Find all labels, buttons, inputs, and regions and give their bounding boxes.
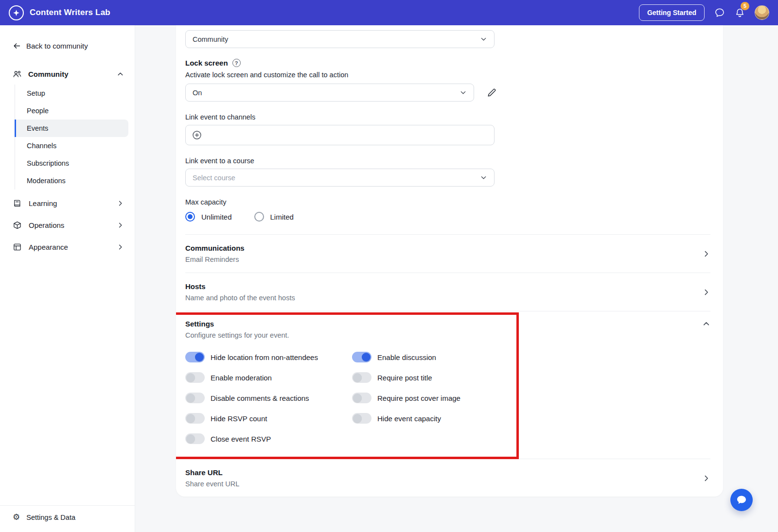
link-channels-label: Link event to channels (185, 113, 710, 121)
radio-button-checked[interactable] (185, 212, 195, 222)
settings-toggle-grid: Hide location from non-attendees Enable … (185, 352, 710, 444)
lock-screen-select-value: On (193, 89, 202, 97)
switch-off[interactable] (185, 393, 205, 403)
switch-on[interactable] (185, 352, 205, 362)
app-logo[interactable] (9, 5, 24, 20)
toggle-label: Close event RSVP (211, 435, 271, 443)
chevron-right-icon[interactable] (702, 250, 710, 258)
radio-button-unchecked[interactable] (254, 212, 264, 222)
appearance-section-label: Appearance (29, 243, 68, 251)
communications-row[interactable]: Communications Email Reminders (185, 235, 710, 273)
communications-title: Communications (185, 244, 245, 252)
toggle-close-event-rsvp[interactable]: Close event RSVP (185, 433, 352, 444)
link-channels-input[interactable] (185, 125, 495, 145)
radio-unlimited[interactable]: Unlimited (185, 212, 232, 222)
community-dropdown-value: Community (193, 35, 228, 43)
appearance-icon (13, 242, 22, 252)
toggle-enable-moderation[interactable]: Enable moderation (185, 372, 352, 383)
max-capacity-options: Unlimited Limited (185, 212, 710, 222)
operations-section-label: Operations (29, 221, 64, 229)
arrow-left-icon (13, 42, 21, 50)
sidebar-spacer (0, 258, 135, 505)
switch-knob (362, 353, 371, 361)
sidebar-item-settings-data[interactable]: ⚙ Settings & Data (0, 505, 135, 532)
radio-limited-label: Limited (270, 213, 294, 221)
toggle-disable-comments[interactable]: Disable comments & reactions (185, 393, 352, 403)
communications-subtitle: Email Reminders (185, 256, 245, 263)
learning-icon (13, 199, 22, 208)
lock-screen-select[interactable]: On (185, 84, 474, 102)
notifications-bell-icon[interactable]: 5 (735, 8, 745, 18)
sidebar-item-channels[interactable]: Channels (15, 137, 128, 154)
settings-section-header[interactable]: Settings Configure settings for your eve… (185, 320, 710, 339)
toggle-require-post-title[interactable]: Require post title (352, 372, 710, 383)
toggle-enable-discussion[interactable]: Enable discussion (352, 352, 710, 362)
screen: Content Writers Lab Getting Started 5 Ba… (0, 0, 778, 532)
operations-icon (13, 221, 22, 230)
sidebar: Back to community Community Setup People… (0, 25, 135, 532)
chevron-up-icon[interactable] (702, 320, 710, 328)
toggle-label: Hide RSVP count (211, 414, 267, 423)
switch-off[interactable] (352, 413, 371, 424)
chevron-down-icon (480, 35, 487, 43)
share-url-subtitle: Share event URL (185, 480, 239, 488)
chevron-right-icon (117, 200, 124, 207)
switch-on[interactable] (352, 352, 371, 362)
hosts-subtitle: Name and photo of the event hosts (185, 294, 295, 302)
toggle-label: Hide event capacity (377, 414, 441, 423)
settings-data-label: Settings & Data (26, 514, 75, 521)
radio-limited[interactable]: Limited (254, 212, 294, 222)
sidebar-item-events[interactable]: Events (15, 120, 128, 137)
toggle-hide-rsvp-count[interactable]: Hide RSVP count (185, 413, 352, 424)
back-to-community-link[interactable]: Back to community (13, 42, 135, 50)
edit-pencil-icon[interactable] (487, 88, 496, 98)
event-settings-card: Community Lock screen ? Activate lock sc… (176, 25, 723, 497)
messages-icon[interactable] (714, 7, 725, 18)
switch-off[interactable] (185, 372, 205, 383)
toggle-require-cover-image[interactable]: Require post cover image (352, 393, 710, 403)
link-course-select[interactable]: Select course (185, 169, 495, 187)
chevron-right-icon[interactable] (702, 288, 710, 296)
learning-section-label: Learning (29, 199, 57, 207)
lock-screen-description: Activate lock screen and customize the c… (185, 71, 710, 79)
switch-off[interactable] (185, 433, 205, 444)
toggle-label: Disable comments & reactions (211, 394, 309, 402)
logo-star-icon (13, 9, 20, 17)
chat-widget-button[interactable] (730, 489, 753, 511)
back-link-label: Back to community (26, 42, 88, 50)
community-dropdown[interactable]: Community (185, 30, 495, 48)
share-url-row[interactable]: Share URL Share event URL (185, 459, 710, 497)
notification-badge: 5 (741, 2, 749, 10)
toggle-hide-location[interactable]: Hide location from non-attendees (185, 352, 352, 362)
sidebar-item-setup[interactable]: Setup (15, 85, 128, 102)
switch-off[interactable] (352, 393, 371, 403)
settings-section: Settings Configure settings for your eve… (185, 311, 710, 459)
user-avatar[interactable] (755, 5, 769, 20)
add-channel-icon[interactable] (192, 130, 202, 140)
main-content: Community Lock screen ? Activate lock sc… (135, 25, 778, 532)
chevron-right-icon[interactable] (702, 474, 710, 482)
switch-knob (186, 394, 195, 402)
top-navigation-bar: Content Writers Lab Getting Started 5 (0, 0, 778, 25)
sidebar-item-moderations[interactable]: Moderations (15, 172, 128, 189)
help-icon[interactable]: ? (232, 59, 241, 67)
sidebar-section-community[interactable]: Community (0, 65, 135, 84)
hosts-row[interactable]: Hosts Name and photo of the event hosts (185, 273, 710, 311)
switch-knob (186, 434, 195, 443)
toggle-label: Require post cover image (377, 394, 460, 402)
sidebar-section-operations[interactable]: Operations (0, 214, 135, 236)
sidebar-section-appearance[interactable]: Appearance (0, 236, 135, 258)
sidebar-item-people[interactable]: People (15, 102, 128, 120)
switch-knob (195, 353, 204, 361)
switch-off[interactable] (185, 413, 205, 424)
switch-off[interactable] (352, 372, 371, 383)
chevron-up-icon[interactable] (117, 70, 124, 78)
toggle-hide-event-capacity[interactable]: Hide event capacity (352, 413, 710, 424)
sidebar-section-learning[interactable]: Learning (0, 192, 135, 214)
settings-subtitle: Configure settings for your event. (185, 331, 289, 339)
community-subnav: Setup People Events Channels Subscriptio… (15, 85, 128, 189)
share-url-title: Share URL (185, 468, 239, 477)
sidebar-item-subscriptions[interactable]: Subscriptions (15, 154, 128, 172)
switch-knob (353, 373, 362, 382)
getting-started-button[interactable]: Getting Started (639, 4, 705, 21)
